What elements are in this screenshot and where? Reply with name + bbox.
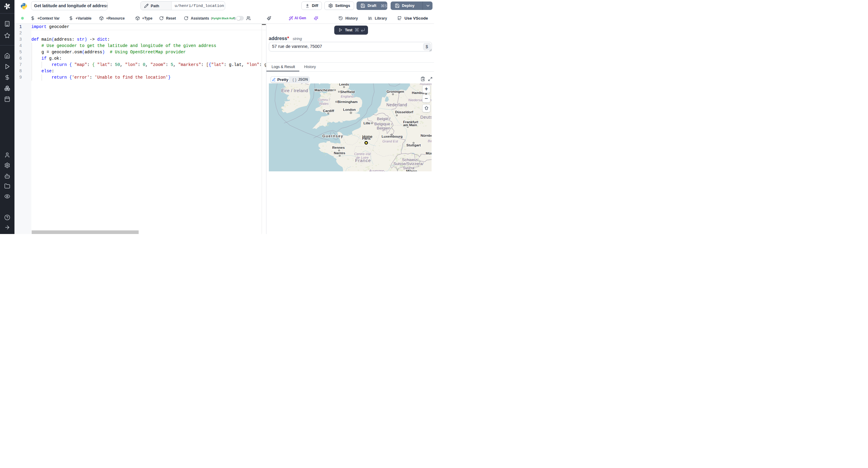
svg-text:Belgien: Belgien [376, 126, 390, 130]
svg-text:Guernsey: Guernsey [322, 134, 343, 138]
svg-text:Wales: Wales [319, 102, 329, 105]
svg-text:am Main: am Main [403, 123, 417, 127]
svg-text:Stuttgart: Stuttgart [406, 144, 421, 147]
svg-text:Svizra: Svizra [403, 166, 414, 170]
svg-text:Deutschland: Deutschland [420, 115, 432, 120]
svg-text:Düsseldorf: Düsseldorf [395, 110, 413, 114]
svg-text:Home: Home [362, 135, 372, 139]
svg-text:Leeds: Leeds [339, 83, 349, 86]
svg-text:Éire / Ireland: Éire / Ireland [281, 89, 308, 93]
svg-text:Nürnberg: Nürnberg [421, 134, 432, 137]
svg-text:Sheffield: Sheffield [340, 90, 355, 94]
svg-text:France: France [355, 158, 371, 163]
svg-text:Centre-Val: Centre-Val [354, 152, 370, 156]
svg-text:Manchester: Manchester [314, 88, 334, 92]
svg-text:Grand Est: Grand Est [382, 140, 398, 143]
svg-text:Nantes: Nantes [334, 151, 345, 155]
svg-text:England: England [341, 95, 353, 98]
svg-text:Cardiff: Cardiff [323, 109, 334, 113]
svg-text:België /: België / [377, 116, 390, 121]
svg-text:Bayern: Bayern [428, 139, 432, 143]
svg-text:Auvergne-: Auvergne- [369, 169, 385, 171]
svg-text:Cymru /: Cymru / [318, 98, 330, 101]
svg-text:Lille: Lille [363, 121, 370, 125]
svg-text:Luxembourg: Luxembourg [381, 135, 403, 138]
svg-text:Groningen: Groningen [386, 90, 404, 93]
svg-text:Nederland: Nederland [386, 102, 407, 107]
svg-text:Rennes: Rennes [332, 146, 345, 149]
svg-text:London: London [343, 108, 355, 111]
svg-text:Birmingham: Birmingham [337, 100, 358, 104]
svg-text:München: München [426, 152, 432, 155]
